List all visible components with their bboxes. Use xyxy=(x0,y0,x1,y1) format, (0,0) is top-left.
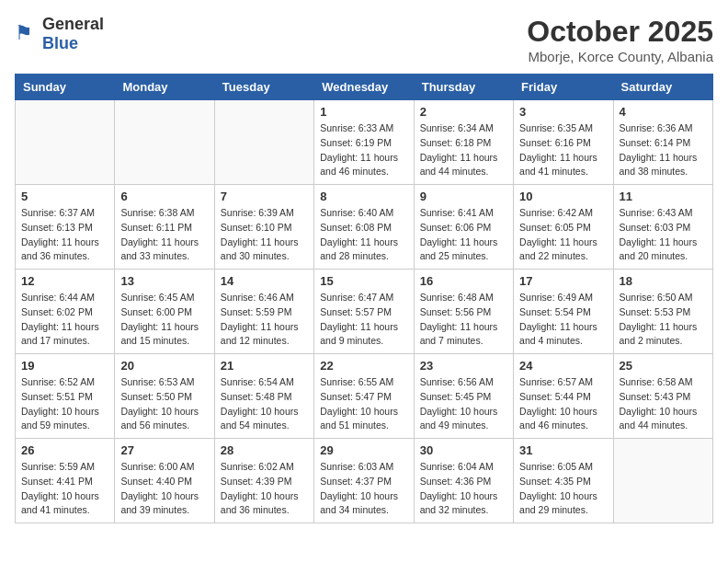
day-number: 25 xyxy=(620,359,707,373)
day-cell-13: 13Sunrise: 6:45 AM Sunset: 6:00 PM Dayli… xyxy=(115,270,214,354)
day-number: 30 xyxy=(420,443,507,457)
day-number: 9 xyxy=(420,190,507,203)
day-cell-3: 3Sunrise: 6:35 AM Sunset: 6:16 PM Daylig… xyxy=(514,100,613,185)
day-cell-7: 7Sunrise: 6:39 AM Sunset: 6:10 PM Daylig… xyxy=(214,185,313,270)
day-info: Sunrise: 6:36 AM Sunset: 6:14 PM Dayligh… xyxy=(620,121,707,179)
day-number: 14 xyxy=(221,274,308,288)
week-row-3: 12Sunrise: 6:44 AM Sunset: 6:02 PM Dayli… xyxy=(16,270,713,354)
day-cell-15: 15Sunrise: 6:47 AM Sunset: 5:57 PM Dayli… xyxy=(314,270,414,354)
day-number: 5 xyxy=(21,190,108,203)
day-info: Sunrise: 6:46 AM Sunset: 5:59 PM Dayligh… xyxy=(221,291,308,349)
day-info: Sunrise: 6:53 AM Sunset: 5:50 PM Dayligh… xyxy=(120,375,208,433)
day-info: Sunrise: 6:42 AM Sunset: 6:05 PM Dayligh… xyxy=(519,206,607,264)
day-info: Sunrise: 5:59 AM Sunset: 4:41 PM Dayligh… xyxy=(21,460,108,518)
day-info: Sunrise: 6:05 AM Sunset: 4:35 PM Dayligh… xyxy=(519,460,607,518)
day-info: Sunrise: 6:43 AM Sunset: 6:03 PM Dayligh… xyxy=(620,206,707,264)
day-cell-4: 4Sunrise: 6:36 AM Sunset: 6:14 PM Daylig… xyxy=(613,100,712,185)
day-number: 22 xyxy=(320,359,407,373)
day-number: 28 xyxy=(221,443,308,457)
day-cell-5: 5Sunrise: 6:37 AM Sunset: 6:13 PM Daylig… xyxy=(16,185,115,270)
month-title: October 2025 xyxy=(527,15,713,49)
day-info: Sunrise: 6:57 AM Sunset: 5:44 PM Dayligh… xyxy=(519,375,607,433)
logo-icon: ⚑ xyxy=(15,21,40,47)
day-cell-17: 17Sunrise: 6:49 AM Sunset: 5:54 PM Dayli… xyxy=(514,270,613,354)
day-cell-23: 23Sunrise: 6:56 AM Sunset: 5:45 PM Dayli… xyxy=(414,354,513,439)
day-number: 17 xyxy=(519,274,607,288)
weekday-header-tuesday: Tuesday xyxy=(214,75,313,100)
day-cell-30: 30Sunrise: 6:04 AM Sunset: 4:36 PM Dayli… xyxy=(414,439,513,523)
week-row-1: 1Sunrise: 6:33 AM Sunset: 6:19 PM Daylig… xyxy=(16,100,713,185)
empty-cell xyxy=(214,100,313,185)
day-info: Sunrise: 6:48 AM Sunset: 5:56 PM Dayligh… xyxy=(420,291,507,349)
day-cell-12: 12Sunrise: 6:44 AM Sunset: 6:02 PM Dayli… xyxy=(16,270,115,354)
weekday-header-wednesday: Wednesday xyxy=(314,75,414,100)
location-title: Mborje, Korce County, Albania xyxy=(527,49,713,64)
day-info: Sunrise: 6:37 AM Sunset: 6:13 PM Dayligh… xyxy=(21,206,108,264)
day-number: 13 xyxy=(120,274,208,288)
weekday-header-thursday: Thursday xyxy=(414,75,513,100)
day-cell-29: 29Sunrise: 6:03 AM Sunset: 4:37 PM Dayli… xyxy=(314,439,414,523)
day-info: Sunrise: 6:56 AM Sunset: 5:45 PM Dayligh… xyxy=(420,375,507,433)
day-cell-22: 22Sunrise: 6:55 AM Sunset: 5:47 PM Dayli… xyxy=(314,354,414,439)
weekday-header-friday: Friday xyxy=(514,75,613,100)
svg-text:⚑: ⚑ xyxy=(15,21,33,44)
weekday-header-monday: Monday xyxy=(115,75,214,100)
day-cell-31: 31Sunrise: 6:05 AM Sunset: 4:35 PM Dayli… xyxy=(514,439,613,523)
day-number: 19 xyxy=(21,359,108,373)
day-info: Sunrise: 6:50 AM Sunset: 5:53 PM Dayligh… xyxy=(620,291,707,349)
day-number: 26 xyxy=(21,443,108,457)
day-info: Sunrise: 6:41 AM Sunset: 6:06 PM Dayligh… xyxy=(420,206,507,264)
day-info: Sunrise: 6:00 AM Sunset: 4:40 PM Dayligh… xyxy=(120,460,208,518)
day-info: Sunrise: 6:35 AM Sunset: 6:16 PM Dayligh… xyxy=(519,121,607,179)
day-cell-21: 21Sunrise: 6:54 AM Sunset: 5:48 PM Dayli… xyxy=(214,354,313,439)
day-number: 21 xyxy=(221,359,308,373)
empty-cell xyxy=(613,439,712,523)
weekday-header-sunday: Sunday xyxy=(16,75,115,100)
empty-cell xyxy=(115,100,214,185)
day-info: Sunrise: 6:34 AM Sunset: 6:18 PM Dayligh… xyxy=(420,121,507,179)
weekday-header-row: SundayMondayTuesdayWednesdayThursdayFrid… xyxy=(16,75,713,100)
day-cell-9: 9Sunrise: 6:41 AM Sunset: 6:06 PM Daylig… xyxy=(414,185,513,270)
day-info: Sunrise: 6:49 AM Sunset: 5:54 PM Dayligh… xyxy=(519,291,607,349)
day-number: 12 xyxy=(21,274,108,288)
day-cell-8: 8Sunrise: 6:40 AM Sunset: 6:08 PM Daylig… xyxy=(314,185,414,270)
day-info: Sunrise: 6:38 AM Sunset: 6:11 PM Dayligh… xyxy=(120,206,208,264)
day-number: 23 xyxy=(420,359,507,373)
day-info: Sunrise: 6:03 AM Sunset: 4:37 PM Dayligh… xyxy=(320,460,407,518)
day-cell-19: 19Sunrise: 6:52 AM Sunset: 5:51 PM Dayli… xyxy=(16,354,115,439)
calendar-table: SundayMondayTuesdayWednesdayThursdayFrid… xyxy=(15,74,713,523)
day-cell-25: 25Sunrise: 6:58 AM Sunset: 5:43 PM Dayli… xyxy=(613,354,712,439)
day-number: 7 xyxy=(221,190,308,203)
day-cell-11: 11Sunrise: 6:43 AM Sunset: 6:03 PM Dayli… xyxy=(613,185,712,270)
day-number: 6 xyxy=(120,190,208,203)
day-cell-24: 24Sunrise: 6:57 AM Sunset: 5:44 PM Dayli… xyxy=(514,354,613,439)
day-info: Sunrise: 6:02 AM Sunset: 4:39 PM Dayligh… xyxy=(221,460,308,518)
day-info: Sunrise: 6:04 AM Sunset: 4:36 PM Dayligh… xyxy=(420,460,507,518)
day-number: 18 xyxy=(620,274,707,288)
day-number: 10 xyxy=(519,190,607,203)
weekday-header-saturday: Saturday xyxy=(613,75,712,100)
title-section: October 2025 Mborje, Korce County, Alban… xyxy=(527,15,713,64)
day-info: Sunrise: 6:40 AM Sunset: 6:08 PM Dayligh… xyxy=(320,206,407,264)
day-number: 31 xyxy=(519,443,607,457)
logo-blue-text: Blue xyxy=(42,34,78,52)
logo-general-text: General xyxy=(42,15,104,33)
day-number: 15 xyxy=(320,274,407,288)
page-header: ⚑ General Blue October 2025 Mborje, Korc… xyxy=(15,15,713,64)
day-cell-16: 16Sunrise: 6:48 AM Sunset: 5:56 PM Dayli… xyxy=(414,270,513,354)
day-number: 1 xyxy=(320,105,407,119)
day-info: Sunrise: 6:47 AM Sunset: 5:57 PM Dayligh… xyxy=(320,291,407,349)
day-info: Sunrise: 6:33 AM Sunset: 6:19 PM Dayligh… xyxy=(320,121,407,179)
day-cell-2: 2Sunrise: 6:34 AM Sunset: 6:18 PM Daylig… xyxy=(414,100,513,185)
day-number: 20 xyxy=(120,359,208,373)
week-row-2: 5Sunrise: 6:37 AM Sunset: 6:13 PM Daylig… xyxy=(16,185,713,270)
day-info: Sunrise: 6:52 AM Sunset: 5:51 PM Dayligh… xyxy=(21,375,108,433)
empty-cell xyxy=(16,100,115,185)
day-cell-26: 26Sunrise: 5:59 AM Sunset: 4:41 PM Dayli… xyxy=(16,439,115,523)
logo: ⚑ General Blue xyxy=(15,15,104,53)
week-row-4: 19Sunrise: 6:52 AM Sunset: 5:51 PM Dayli… xyxy=(16,354,713,439)
day-info: Sunrise: 6:44 AM Sunset: 6:02 PM Dayligh… xyxy=(21,291,108,349)
day-number: 27 xyxy=(120,443,208,457)
day-number: 2 xyxy=(420,105,507,119)
day-cell-20: 20Sunrise: 6:53 AM Sunset: 5:50 PM Dayli… xyxy=(115,354,214,439)
